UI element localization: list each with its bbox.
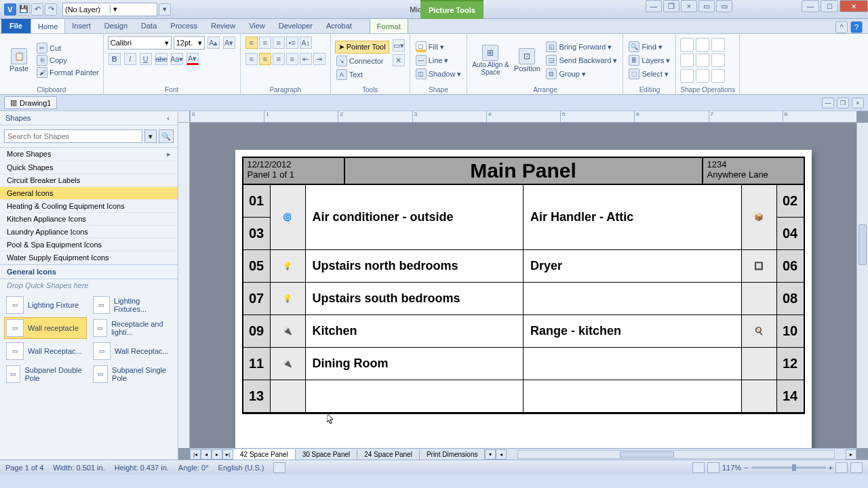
tab-data[interactable]: Data — [134, 18, 163, 33]
align-center-button[interactable]: ≡ — [259, 53, 271, 65]
tab-view[interactable]: View — [242, 18, 272, 33]
align-justify-button[interactable]: ≡ — [286, 53, 298, 65]
shrink-font-icon[interactable]: A▾ — [223, 37, 235, 49]
text-direction-button[interactable]: A↕ — [300, 37, 312, 49]
send-backward-button[interactable]: ◲Send Backward ▾ — [545, 54, 618, 66]
zoom-in-icon[interactable]: + — [829, 464, 833, 472]
font-name-input[interactable] — [111, 39, 165, 47]
mdi-extra-icon[interactable]: ▭ — [698, 0, 715, 12]
shape-op-8[interactable] — [696, 69, 709, 83]
grow-font-icon[interactable]: A▴ — [208, 37, 220, 49]
delete-tool-icon[interactable]: ✕ — [393, 54, 405, 66]
sheet-tab[interactable]: 42 Space Panel — [233, 449, 296, 460]
case-button[interactable]: Aa▾ — [171, 53, 183, 65]
italic-button[interactable]: I — [124, 53, 136, 65]
vertical-scrollbar[interactable] — [856, 123, 868, 448]
category-item[interactable]: More Shapes — [0, 148, 178, 161]
view-mode-1[interactable] — [692, 462, 705, 473]
position-button[interactable]: ⊡ Position — [512, 38, 542, 83]
zoom-slider-knob[interactable] — [792, 464, 796, 471]
shape-op-5[interactable] — [696, 54, 709, 67]
category-item[interactable]: Heating & Cooling Equipment Icons — [0, 200, 178, 213]
shadow-button[interactable]: ◫Shadow ▾ — [414, 68, 463, 80]
zoom-out-icon[interactable]: − — [744, 464, 748, 472]
tab-insert[interactable]: Insert — [65, 18, 98, 33]
shape-item[interactable]: ▭Wall Receptac... — [4, 340, 87, 362]
undo-icon[interactable]: ↶ — [31, 3, 43, 16]
hscroll-left[interactable]: ◂ — [496, 449, 507, 460]
shape-op-6[interactable] — [711, 54, 725, 67]
shape-op-4[interactable] — [680, 54, 694, 67]
tab-design[interactable]: Design — [98, 18, 134, 33]
font-size-input[interactable] — [176, 39, 198, 47]
save-icon[interactable]: 💾 — [18, 3, 30, 16]
mdi-extra2-icon[interactable]: ▭ — [716, 0, 732, 12]
collapse-icon[interactable]: ‹ — [164, 114, 172, 122]
hscroll-thumb[interactable] — [620, 451, 674, 458]
format-painter-button[interactable]: 🖌Format Painter — [37, 67, 99, 78]
tab-review[interactable]: Review — [204, 18, 242, 33]
bring-forward-button[interactable]: ◱Bring Forward ▾ — [545, 41, 618, 53]
fit-page-icon[interactable] — [835, 462, 848, 473]
category-item[interactable]: Pool & Spa Equipment Icons — [0, 239, 178, 251]
hscroll-right[interactable]: ▸ — [846, 449, 856, 460]
tab-acrobat[interactable]: Acrobat — [319, 18, 359, 33]
shape-item[interactable]: ▭Wall receptacle — [4, 317, 87, 339]
scrollbar-thumb[interactable] — [859, 224, 867, 265]
rectangle-tool-icon[interactable]: ▭▾ — [393, 39, 405, 52]
category-item[interactable]: Water Supply Equipment Icons — [0, 251, 178, 264]
tab-format[interactable]: Format — [370, 18, 408, 33]
pointer-tool-button[interactable]: ➤Pointer Tool — [335, 41, 389, 54]
category-item[interactable]: Laundry Appliance Icons — [0, 226, 178, 239]
shape-op-3[interactable] — [711, 38, 725, 52]
view-mode-2[interactable] — [707, 462, 719, 473]
fill-button[interactable]: ▢Fill ▾ — [414, 41, 463, 53]
macro-record-icon[interactable] — [273, 462, 285, 473]
sheet-tab[interactable]: 24 Space Panel — [357, 449, 420, 460]
bullets-button[interactable]: •≡ — [286, 37, 298, 49]
doc-close-icon[interactable]: × — [852, 98, 864, 108]
indent-increase-button[interactable]: ⇥ — [313, 53, 326, 65]
shape-item[interactable]: ▭Subpanel Double Pole — [4, 363, 87, 385]
fullscreen-icon[interactable] — [850, 462, 863, 473]
copy-button[interactable]: ⎘Copy — [37, 55, 99, 66]
minimize-icon[interactable]: — — [802, 0, 819, 12]
shape-item[interactable]: ▭Subpanel Single Pole — [91, 363, 174, 385]
sheet-nav-prev[interactable]: ◂ — [201, 449, 212, 460]
font-color-button[interactable]: A▾ — [186, 53, 199, 65]
align-top-button[interactable]: ≡ — [245, 37, 258, 49]
close-icon[interactable]: ✕ — [840, 0, 868, 12]
shape-item[interactable]: ▭Receptacle and lighti... — [91, 317, 174, 339]
indent-decrease-button[interactable]: ⇤ — [300, 53, 312, 65]
canvas[interactable]: 12/12/2012 Panel 1 of 1 Main Panel 1234 … — [190, 123, 856, 448]
sheet-tab[interactable]: Print Dimensions — [420, 449, 486, 460]
zoom-slider[interactable] — [751, 466, 826, 469]
sheet-nav-first[interactable]: |◂ — [190, 449, 201, 460]
font-size-dropdown[interactable]: ▾ — [174, 36, 205, 49]
category-item[interactable]: General Icons — [0, 187, 178, 200]
align-left-button[interactable]: ≡ — [245, 53, 258, 65]
find-button[interactable]: 🔍Find ▾ — [627, 41, 671, 53]
tab-home[interactable]: Home — [31, 18, 65, 33]
doc-restore-icon[interactable]: ❐ — [837, 98, 849, 108]
underline-button[interactable]: U — [140, 53, 152, 65]
text-tool-button[interactable]: AText — [335, 68, 389, 81]
category-item[interactable]: Quick Shapes — [0, 161, 178, 174]
doc-minimize-icon[interactable]: — — [822, 98, 834, 108]
sheet-nav-more[interactable]: ▾ — [485, 449, 496, 460]
bold-button[interactable]: B — [108, 53, 121, 65]
tab-process[interactable]: Process — [163, 18, 204, 33]
maximize-icon[interactable]: ☐ — [821, 0, 838, 12]
auto-align-button[interactable]: ⊞ Auto Align & Space — [471, 38, 509, 83]
shape-op-9[interactable] — [711, 69, 725, 83]
layers-button[interactable]: ≣Layers ▾ — [627, 54, 671, 66]
select-button[interactable]: ⬚Select ▾ — [627, 68, 671, 80]
paste-button[interactable]: 📋 Paste — [4, 38, 34, 83]
strikethrough-button[interactable]: abc — [155, 53, 167, 65]
line-button[interactable]: —Line ▾ — [414, 54, 463, 66]
mdi-minimize-icon[interactable]: — — [646, 0, 662, 12]
redo-icon[interactable]: ↷ — [45, 3, 57, 16]
search-dropdown-icon[interactable]: ▾ — [144, 129, 157, 143]
sheet-tab[interactable]: 30 Space Panel — [296, 449, 358, 460]
horizontal-scrollbar[interactable] — [517, 450, 835, 459]
